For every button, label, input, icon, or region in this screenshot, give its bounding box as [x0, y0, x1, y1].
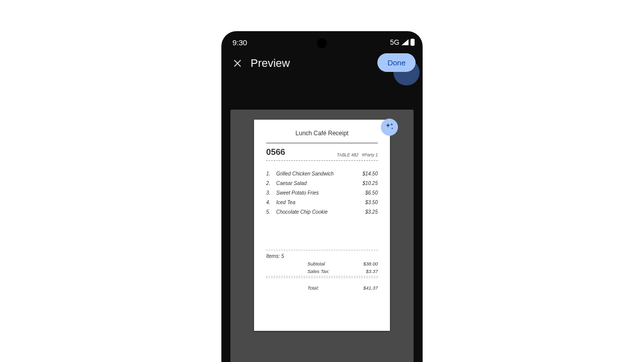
- close-button[interactable]: [230, 56, 245, 70]
- receipt-document: Lunch Café Receipt 0566 TABLE 482 #Party…: [254, 120, 390, 331]
- total-row: Total:$41.37: [266, 285, 378, 291]
- line-item: 2.Caesar Salad$10.25: [266, 180, 378, 186]
- app-bar: Preview Done: [221, 49, 423, 77]
- done-button[interactable]: Done: [377, 53, 416, 72]
- line-items: 1.Grilled Chicken Sandwich$14.50 2.Caesa…: [266, 171, 378, 215]
- receipt-meta: TABLE 482 #Party 1: [337, 152, 378, 157]
- preview-canvas: Lunch Café Receipt 0566 TABLE 482 #Party…: [230, 110, 414, 362]
- line-item: 5.Chocolate Chip Cookie$3.25: [266, 209, 378, 215]
- page-title: Preview: [251, 57, 290, 70]
- divider: [266, 143, 378, 143]
- items-count: Items: 5: [266, 253, 378, 259]
- sparkle-icon: [384, 122, 395, 133]
- close-icon: [233, 59, 242, 68]
- receipt-number: 0566: [266, 147, 285, 157]
- status-bar: 9:30 5G: [221, 31, 423, 49]
- status-icons: 5G: [390, 38, 415, 46]
- enhance-button[interactable]: [381, 119, 398, 136]
- dashed-divider: [266, 250, 378, 250]
- line-item: 3.Sweet Potato Fries$6.50: [266, 190, 378, 196]
- line-item: 4.Iced Tea$3.50: [266, 200, 378, 205]
- line-item: 1.Grilled Chicken Sandwich$14.50: [266, 171, 378, 176]
- receipt-title: Lunch Café Receipt: [266, 130, 378, 137]
- camera-notch: [317, 38, 327, 48]
- battery-icon: [411, 39, 415, 46]
- signal-icon: [401, 39, 409, 45]
- network-label: 5G: [390, 38, 399, 46]
- dashed-divider: [266, 160, 378, 161]
- phone-frame: 9:30 5G Preview Done Lunch Café Receipt: [221, 31, 423, 362]
- clock: 9:30: [232, 38, 247, 47]
